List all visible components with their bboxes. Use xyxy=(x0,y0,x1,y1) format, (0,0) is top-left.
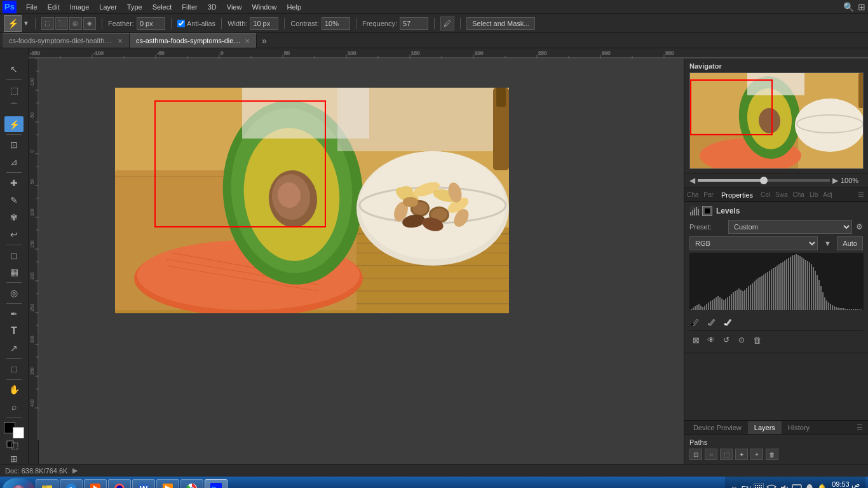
taskbar-media2[interactable] xyxy=(156,479,179,488)
path-stroke-btn[interactable]: ○ xyxy=(705,449,717,460)
taskbar-word[interactable]: W xyxy=(132,479,155,488)
tray-time-date[interactable]: ص 09:53 01/26/2019 xyxy=(830,480,862,488)
tray-action-center-icon[interactable] xyxy=(792,484,802,488)
panel-menu-icon[interactable]: ☰ xyxy=(854,188,868,201)
contrast-input[interactable] xyxy=(322,17,350,30)
tool-crop[interactable]: ⊡ xyxy=(4,137,24,153)
tool-lasso[interactable]: ⌒ xyxy=(4,99,24,116)
path-to-selection-btn[interactable]: ⬚ xyxy=(720,449,733,460)
tab-cha[interactable]: Cha xyxy=(684,189,701,201)
menu-help[interactable]: Help xyxy=(283,2,306,12)
tool-gradient[interactable]: ▦ xyxy=(4,264,24,280)
tab-device-preview[interactable]: Device Preview xyxy=(687,421,748,434)
taskbar-chrome[interactable] xyxy=(180,479,203,488)
path-fill-btn[interactable]: ⊡ xyxy=(689,449,702,460)
tool-eraser[interactable]: ◻ xyxy=(4,247,24,264)
tab-adj[interactable]: Adj xyxy=(820,189,834,201)
selection-to-path-btn[interactable]: ✦ xyxy=(735,449,748,460)
tab-history[interactable]: History xyxy=(782,421,816,434)
background-color[interactable] xyxy=(13,427,24,438)
tool-pen[interactable]: ✒ xyxy=(4,306,24,322)
antialias-checkbox[interactable] xyxy=(177,20,185,27)
zoom-handle[interactable] xyxy=(760,177,768,184)
tool-magic-wand[interactable]: ⚡ xyxy=(4,116,24,133)
reset-defaults-icon[interactable]: ↺ xyxy=(720,334,733,346)
tab-swa[interactable]: Swa xyxy=(773,189,790,201)
zoom-in-btn[interactable]: ▶ xyxy=(832,176,838,185)
tab-layers[interactable]: Layers xyxy=(748,421,782,434)
menu-filter[interactable]: Filter xyxy=(177,2,201,12)
eye-visibility-icon[interactable]: 👁 xyxy=(705,334,717,346)
tabs-overflow-btn[interactable]: » xyxy=(257,33,272,48)
clipping-icon[interactable]: ⊠ xyxy=(689,334,702,346)
stylus-pressure-btn[interactable]: 🖊 xyxy=(440,17,454,30)
menu-view[interactable]: View xyxy=(222,2,247,12)
tool-blur[interactable]: ◎ xyxy=(4,285,24,301)
tab-0[interactable]: cs-foods-symptoms-diet-healthy-fats-1440… xyxy=(3,33,130,48)
menu-type[interactable]: Type xyxy=(123,2,147,12)
auto-btn[interactable]: Auto xyxy=(837,236,863,250)
menu-window[interactable]: Window xyxy=(247,2,281,12)
channel-select[interactable]: RGB Red Green Blue xyxy=(689,236,818,250)
panel-options-btn[interactable]: ☰ xyxy=(854,421,865,434)
tool-brush[interactable]: ✎ xyxy=(4,192,24,208)
gray-point-eyedropper[interactable] xyxy=(706,315,719,328)
delete-path-btn[interactable]: 🗑 xyxy=(766,449,778,460)
preset-select[interactable]: Custom Default Darker Increase Contrast … xyxy=(728,220,852,234)
tray-volume-icon[interactable] xyxy=(779,484,789,488)
workspace-switcher[interactable]: ⊞ xyxy=(858,2,865,12)
tool-preset-picker[interactable]: ⚡ ▼ xyxy=(4,15,29,32)
color-swatches[interactable] xyxy=(4,422,24,438)
status-arrow[interactable]: ▶ xyxy=(72,466,78,475)
width-input[interactable] xyxy=(250,17,278,30)
black-point-eyedropper[interactable] xyxy=(689,315,702,328)
toolbar-icons[interactable]: ⬚ ⬛ ◎ ◈ xyxy=(41,17,96,30)
tray-flag-icon[interactable]: 🔔 xyxy=(817,484,827,488)
taskbar-ie[interactable]: e xyxy=(60,479,83,488)
tool-clone[interactable]: ✾ xyxy=(4,209,24,226)
tray-show-desktop[interactable]: ⊡ xyxy=(729,484,739,488)
delete-adjustment-icon[interactable]: 🗑 xyxy=(750,334,763,346)
tool-zoom[interactable]: ⌕ xyxy=(4,398,24,415)
zoom-out-btn[interactable]: ◀ xyxy=(689,176,695,185)
tray-network-icon[interactable] xyxy=(766,484,776,488)
quick-mask-icon[interactable] xyxy=(6,440,22,451)
taskbar-photoshop[interactable]: Ps xyxy=(205,479,227,488)
taskbar-explorer[interactable] xyxy=(36,479,58,488)
tray-notifications-icon[interactable] xyxy=(804,484,815,488)
tool-path-select[interactable]: ↗ xyxy=(4,340,24,356)
white-point-eyedropper[interactable] xyxy=(722,315,735,328)
tray-lang[interactable]: EN xyxy=(742,485,751,488)
tab-properties[interactable]: Properties xyxy=(716,189,758,201)
taskbar-media[interactable] xyxy=(84,479,107,488)
menu-3d[interactable]: 3D xyxy=(203,2,221,12)
tray-keyboard-icon[interactable] xyxy=(754,484,764,488)
menu-layer[interactable]: Layer xyxy=(95,2,121,12)
tool-type[interactable]: T xyxy=(4,323,24,339)
channel-options-icon[interactable]: ▼ xyxy=(822,238,833,249)
screen-mode-btn[interactable]: ⊞ xyxy=(10,454,18,464)
select-and-mask-btn[interactable]: Select and Mask... xyxy=(466,17,536,30)
tool-eyedropper[interactable]: ⊿ xyxy=(4,154,24,170)
tab-lib[interactable]: Lib xyxy=(807,189,820,201)
menu-image[interactable]: Image xyxy=(65,2,94,12)
search-icon[interactable]: 🔍 xyxy=(843,2,854,12)
tool-history-brush[interactable]: ↩ xyxy=(4,226,24,243)
tool-marquee[interactable]: ⬚ xyxy=(4,82,24,98)
tab-col[interactable]: Col xyxy=(758,189,773,201)
zoom-slider[interactable] xyxy=(698,179,830,182)
new-path-btn[interactable]: + xyxy=(750,449,763,460)
tab-cha2[interactable]: Cha xyxy=(790,189,807,201)
menu-file[interactable]: File xyxy=(22,2,42,12)
tool-rectangle[interactable]: □ xyxy=(4,361,24,377)
start-button[interactable] xyxy=(3,478,34,488)
tab-par[interactable]: Par xyxy=(701,189,716,201)
tab-1[interactable]: cs-asthma-foods-symptoms-diet-healthy-fa… xyxy=(130,33,257,48)
menu-edit[interactable]: Edit xyxy=(43,2,64,12)
tab-0-close[interactable]: ✕ xyxy=(118,37,123,44)
menu-select[interactable]: Select xyxy=(148,2,177,12)
previous-state-icon[interactable]: ⊙ xyxy=(735,334,748,346)
tool-move[interactable]: ↖ xyxy=(4,61,24,78)
tool-hand[interactable]: ✋ xyxy=(4,382,24,398)
taskbar-firefox[interactable] xyxy=(108,479,131,488)
